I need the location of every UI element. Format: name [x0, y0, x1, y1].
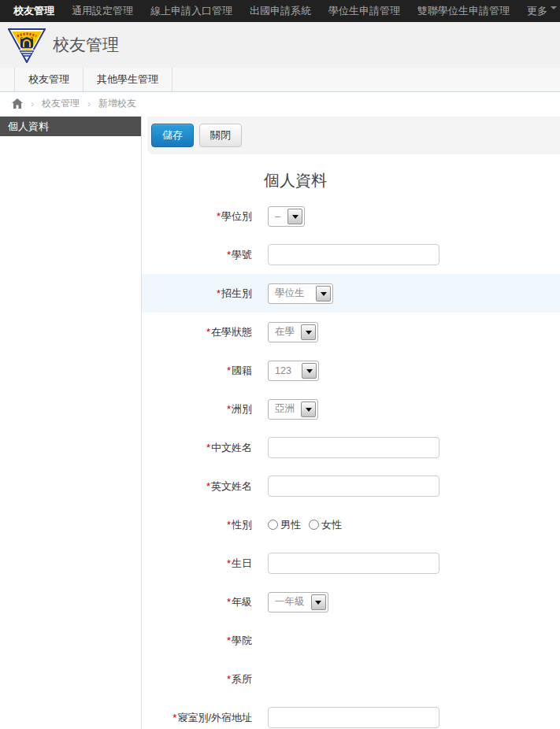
app-title: 校友管理 [53, 34, 119, 56]
nav-item-dual-degree-student-application[interactable]: 雙聯學位生申請管理 [409, 0, 518, 22]
required-marker: * [227, 249, 231, 261]
admission-type-select[interactable]: 學位生 [268, 283, 333, 304]
breadcrumb: › 校友管理 › 新增校友 [0, 92, 560, 115]
chevron-down-icon[interactable] [311, 594, 326, 610]
nationality-select[interactable]: 123 [268, 361, 319, 381]
nav-item-abroad-application-system[interactable]: 出國申請系統 [241, 0, 320, 22]
save-button[interactable]: 儲存 [151, 124, 194, 147]
required-marker: * [227, 673, 231, 685]
continent-select[interactable]: 亞洲 [268, 399, 318, 420]
nav-item-more[interactable]: 更多 [518, 0, 560, 22]
required-marker: * [227, 403, 231, 415]
required-marker: * [217, 210, 221, 222]
caret-down-icon [551, 6, 557, 13]
form-row-nationality: *國籍 123 [142, 351, 560, 390]
nav-item-general-settings[interactable]: 通用設定管理 [63, 0, 142, 22]
chinese-name-label: *中文姓名 [142, 441, 252, 455]
gender-radio-female[interactable]: 女性 [309, 518, 342, 532]
chevron-down-icon[interactable] [302, 363, 317, 379]
dorm-address-label: *寢室別/外宿地址 [142, 711, 252, 725]
required-marker: * [206, 480, 210, 492]
more-label: 更多 [527, 5, 547, 17]
birthday-label: *生日 [142, 557, 252, 571]
form-row-chinese-name: *中文姓名 [142, 428, 560, 467]
form-row-english-name: *英文姓名 [142, 467, 560, 505]
nav-item-online-application-portal[interactable]: 線上申請入口管理 [142, 0, 241, 22]
breadcrumb-item-alumni-management[interactable]: 校友管理 [42, 97, 80, 110]
required-marker: * [227, 635, 231, 646]
gender-female-label: 女性 [321, 518, 342, 532]
required-marker: * [227, 364, 231, 376]
chevron-down-icon[interactable] [301, 324, 316, 340]
college-label: *學院 [142, 634, 252, 648]
form-row-department: *系所 [142, 660, 560, 698]
university-emblem-logo [8, 28, 46, 63]
continent-select-value: 亞洲 [270, 402, 301, 416]
grade-label: *年級 [142, 595, 252, 609]
required-marker: * [217, 287, 221, 299]
chinese-name-input[interactable] [268, 437, 439, 458]
gender-label: *性別 [142, 518, 252, 532]
sidebar: 個人資料 [0, 115, 142, 729]
tab-alumni-management[interactable]: 校友管理 [14, 68, 83, 91]
degree-type-select-value: – [270, 211, 287, 222]
gender-radio-male-input[interactable] [268, 520, 278, 530]
sidebar-item-personal-data[interactable]: 個人資料 [0, 117, 141, 136]
student-id-input[interactable] [268, 244, 439, 265]
form-toolbar: 儲存 關閉 [147, 117, 560, 154]
form-row-enrollment-status: *在學狀態 在學 [142, 313, 560, 351]
required-marker: * [227, 557, 231, 569]
required-marker: * [172, 712, 176, 723]
tab-other-student-management[interactable]: 其他學生管理 [83, 68, 172, 91]
department-label: *系所 [142, 672, 252, 686]
home-icon[interactable] [12, 98, 23, 109]
admission-type-select-value: 學位生 [270, 287, 316, 300]
form-row-grade: *年級 一年級 [142, 583, 560, 621]
form-row-birthday: *生日 [142, 544, 560, 583]
form-row-gender: *性別 男性 女性 [142, 505, 560, 544]
required-marker: * [227, 519, 231, 531]
enrollment-status-label: *在學狀態 [142, 325, 252, 339]
nav-item-alumni-management[interactable]: 校友管理 [5, 0, 63, 22]
breadcrumb-item-add-alumni: 新增校友 [98, 97, 136, 110]
gender-radio-male[interactable]: 男性 [268, 518, 301, 532]
chevron-down-icon[interactable] [316, 286, 331, 302]
birthday-input[interactable] [268, 553, 439, 574]
breadcrumb-separator: › [31, 98, 34, 109]
english-name-label: *英文姓名 [142, 479, 252, 494]
enrollment-status-select[interactable]: 在學 [268, 322, 318, 342]
form-row-continent: *洲別 亞洲 [142, 390, 560, 428]
degree-type-select[interactable]: – [268, 206, 305, 227]
form-row-dorm-address: *寢室別/外宿地址 [142, 698, 560, 729]
continent-label: *洲別 [142, 402, 252, 416]
grade-select-value: 一年級 [270, 595, 311, 609]
gender-radio-female-input[interactable] [309, 520, 319, 530]
chevron-down-icon[interactable] [287, 209, 302, 224]
gender-male-label: 男性 [280, 518, 301, 532]
nationality-select-value: 123 [270, 365, 302, 376]
chevron-down-icon[interactable] [301, 402, 316, 417]
nationality-label: *國籍 [142, 364, 252, 378]
content-panel: 儲存 關閉 個人資料 *學位別 – *學號 [142, 115, 560, 729]
required-marker: * [206, 326, 210, 338]
personal-data-form: 個人資料 *學位別 – *學號 *招生別 [142, 154, 560, 729]
tab-bar: 校友管理 其他學生管理 [0, 68, 560, 92]
degree-type-label: *學位別 [142, 209, 252, 224]
english-name-input[interactable] [268, 476, 439, 497]
enrollment-status-select-value: 在學 [270, 325, 301, 339]
form-row-college: *學院 [142, 621, 560, 660]
grade-select[interactable]: 一年級 [268, 592, 328, 612]
breadcrumb-separator: › [87, 98, 91, 109]
close-button[interactable]: 關閉 [199, 124, 242, 147]
nav-item-degree-student-application[interactable]: 學位生申請管理 [320, 0, 409, 22]
dorm-address-input[interactable] [268, 707, 439, 728]
top-navbar: 校友管理 通用設定管理 線上申請入口管理 出國申請系統 學位生申請管理 雙聯學位… [0, 0, 560, 22]
required-marker: * [206, 442, 210, 453]
form-row-student-id: *學號 [142, 235, 560, 274]
student-id-label: *學號 [142, 248, 252, 262]
form-row-admission-type: *招生別 學位生 [142, 274, 560, 313]
form-title: 個人資料 [142, 170, 449, 191]
brand-header: 校友管理 [0, 22, 560, 68]
admission-type-label: *招生別 [142, 287, 252, 301]
main-area: 個人資料 儲存 關閉 個人資料 *學位別 – *學號 [0, 115, 560, 729]
